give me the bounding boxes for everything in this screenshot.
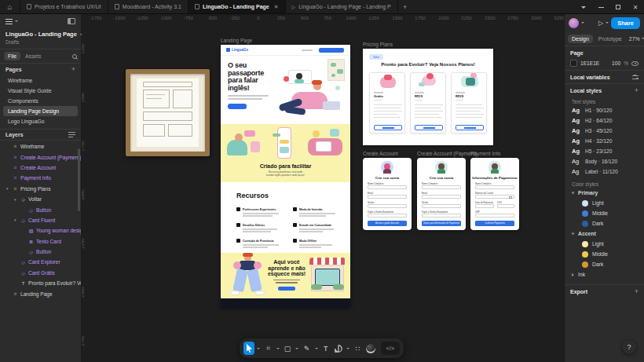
actions-tool[interactable]: ∷: [352, 342, 363, 355]
expand-caret-icon[interactable]: ▾: [14, 197, 18, 202]
collapse-panel-icon[interactable]: [68, 18, 75, 24]
tab-design[interactable]: Design: [568, 35, 593, 43]
draw-ball-icon[interactable]: [365, 342, 376, 355]
share-button[interactable]: Share: [611, 17, 640, 29]
text-style-label[interactable]: AgLabel · 11/120: [565, 166, 644, 177]
tab-assets[interactable]: Assets: [22, 52, 44, 60]
pages-header[interactable]: Pages: [5, 67, 22, 72]
user-avatar[interactable]: [569, 18, 579, 28]
main-menu-button[interactable]: [5, 19, 18, 24]
color-primary-light[interactable]: Light: [565, 198, 644, 208]
page-opacity-value[interactable]: 100: [612, 60, 620, 66]
text-style-h2[interactable]: AgH2 · 64/120: [565, 115, 644, 126]
layer-pronto-para-evoluir-text[interactable]: TPronto para Evoluir? Veja Nossos: [0, 278, 81, 288]
page-item-components[interactable]: Components: [3, 96, 78, 106]
text-tool[interactable]: T: [320, 342, 331, 355]
zoom-level[interactable]: 27%: [629, 36, 640, 42]
color-group-accent[interactable]: Accent: [565, 229, 644, 239]
add-export-button[interactable]: +: [635, 288, 639, 295]
frame-label-create-account[interactable]: Create Account: [363, 151, 397, 156]
layer-card-gratis[interactable]: ◇Card Grátis: [0, 268, 81, 278]
layer-texto-card[interactable]: ≣Texto Card: [0, 236, 81, 247]
color-primary-dark[interactable]: Dark: [565, 218, 644, 229]
page-item-logo-linguago[interactable]: Logo LinguaGo: [3, 116, 78, 126]
layer-pricing-plans[interactable]: ▾⌗Pricing Plans: [0, 184, 81, 194]
frame-label-landing-page[interactable]: Landing Page: [221, 38, 252, 43]
layer-card-explorer[interactable]: ◇Card Explorer: [0, 257, 81, 267]
tab-projetos[interactable]: Projetos e Trabalhos UX/UI: [20, 0, 108, 13]
page-color-swatch[interactable]: [570, 60, 577, 67]
chevron-down-icon[interactable]: [581, 22, 584, 24]
move-tool[interactable]: [243, 342, 254, 355]
tab-prototype[interactable]: Prototype: [595, 35, 626, 43]
layer-card-fluent[interactable]: ▾◇Card Fluent: [0, 215, 81, 225]
window-menu-button[interactable]: [575, 0, 592, 14]
file-location[interactable]: Drafts: [5, 39, 75, 45]
add-page-button[interactable]: +: [71, 66, 75, 73]
layer-landing-page[interactable]: ⌗Landing Page: [0, 288, 81, 298]
minimize-button[interactable]: [592, 0, 609, 14]
layer-young-woman-designer[interactable]: ▨Young woman designer: [0, 225, 81, 236]
color-primary-middle[interactable]: Middle: [565, 208, 644, 218]
layer-payment-info[interactable]: ⌗Payment Info: [0, 173, 81, 183]
artboard-create-account[interactable]: Crie sua conta Nome Completo Email Senha…: [363, 158, 412, 230]
search-icon[interactable]: [72, 54, 77, 59]
layer-button-2[interactable]: ◇Button: [0, 247, 81, 257]
visibility-eye-icon[interactable]: [631, 61, 639, 66]
artboard-create-account-payment[interactable]: Crie sua conta Nome Completo Email Senha…: [417, 158, 466, 230]
expand-caret-icon[interactable]: ▾: [6, 186, 10, 191]
layers-header[interactable]: Layers: [5, 132, 24, 137]
layer-voltar[interactable]: ▾◇Voltar: [0, 194, 81, 204]
text-style-h1[interactable]: AgH1 · 90/120: [565, 105, 644, 115]
tab-moodboard[interactable]: Moodboard - Activity 3.1: [108, 0, 188, 13]
layer-button[interactable]: ◇Button: [0, 204, 81, 214]
canvas[interactable]: -1750 -1500 -1250 -1000 -750 -500 -250 0…: [82, 14, 564, 362]
close-window-button[interactable]: ✕: [627, 0, 644, 14]
text-style-h5[interactable]: AgH5 · 23/120: [565, 146, 644, 156]
artboard-payment-info[interactable]: Informações de Pagamento Nome Completo N…: [470, 158, 519, 230]
dev-mode-toggle[interactable]: </>: [381, 342, 400, 355]
tab-linguago-preview[interactable]: ▷LinguaGo - Landing Page - Landing P: [286, 0, 398, 13]
chevron-down-icon[interactable]: [276, 348, 280, 349]
layers-list-icon[interactable]: [68, 132, 75, 137]
expand-caret-icon[interactable]: ▾: [14, 218, 18, 222]
local-variables-header[interactable]: Local variables: [570, 75, 610, 80]
page-color-hex[interactable]: 1E1E1E: [580, 60, 599, 66]
chevron-down-icon[interactable]: [295, 348, 298, 349]
text-style-body[interactable]: AgBody · 16/120: [565, 156, 644, 166]
artboard-pricing-plans[interactable]: Voltar Pronto para Evoluir? Veja Nossos …: [363, 49, 493, 145]
layers-scrollbar[interactable]: [78, 148, 80, 211]
frame-label-pricing-plans[interactable]: Pricing Plans: [363, 42, 393, 47]
chevron-down-icon[interactable]: [606, 22, 609, 24]
text-style-h4[interactable]: AgH4 · 32/120: [565, 136, 644, 146]
frame-label-payment-info[interactable]: Payment Info: [470, 151, 500, 156]
layer-wireframe[interactable]: ⌗Wireframe: [0, 141, 81, 152]
color-group-primary[interactable]: Primary: [565, 188, 644, 198]
frame-label-create-account-payment[interactable]: Create Account (Payment): [417, 151, 477, 156]
wireframe-photo-frame[interactable]: [126, 69, 210, 156]
layer-create-account[interactable]: ⌗Create Account: [0, 163, 81, 173]
layer-create-account-payment[interactable]: ⌗Create Account (Payment): [0, 152, 81, 162]
page-item-visual-style-guide[interactable]: Visual Style Guide: [3, 86, 78, 96]
tab-linguago-active[interactable]: LinguaGo - Landing Page✕: [188, 0, 286, 13]
variables-sliders-icon[interactable]: [632, 75, 639, 80]
comment-tool[interactable]: [333, 342, 344, 355]
page-item-wireframe[interactable]: Wireframe: [3, 75, 78, 86]
chevron-down-icon[interactable]: [315, 348, 318, 349]
tab-file[interactable]: File: [4, 52, 20, 60]
file-title[interactable]: LinguaGo - Landing Page: [5, 31, 77, 38]
chevron-down-icon[interactable]: [257, 348, 260, 349]
page-item-landing-page-design[interactable]: Landing Page Design: [3, 106, 78, 116]
add-style-button[interactable]: +: [635, 87, 639, 94]
pen-tool[interactable]: ✎: [301, 342, 312, 355]
export-header[interactable]: Export: [570, 289, 587, 294]
text-style-h3[interactable]: AgH3 · 45/120: [565, 126, 644, 136]
color-group-ink[interactable]: Ink: [565, 269, 644, 280]
local-styles-header[interactable]: Local styles: [570, 88, 602, 93]
frame-tool[interactable]: ⌗: [262, 342, 273, 355]
artboard-landing-page[interactable]: LinguaGo O seu passaporte para falar ing…: [221, 45, 350, 308]
new-tab-button[interactable]: +: [398, 0, 412, 13]
maximize-button[interactable]: [609, 0, 627, 14]
chevron-down-icon[interactable]: [346, 348, 349, 349]
shape-tool[interactable]: ▢: [282, 342, 293, 355]
